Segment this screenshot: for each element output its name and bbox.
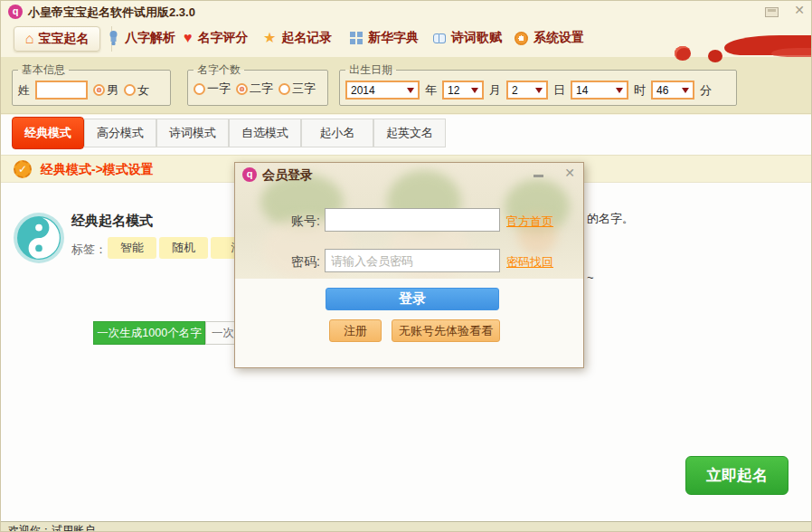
password-input[interactable] — [325, 249, 500, 272]
gear-icon — [515, 32, 528, 45]
nav-item-poetry[interactable]: 诗词歌赋 — [433, 30, 502, 46]
gender-female-radio[interactable]: 女 — [124, 82, 149, 99]
chevron-down-icon — [535, 88, 543, 93]
hour-unit: 时 — [634, 82, 646, 99]
nav-item-baby-naming[interactable]: ⌂ 宝宝起名 — [14, 26, 100, 52]
day-unit: 日 — [553, 82, 565, 99]
title-bar: q 小皇帝宝宝起名软件试用版2.3.0 ✕ — [1, 1, 811, 23]
count-two-radio[interactable]: 二字 — [236, 81, 273, 97]
birth-date-fieldset: 出生日期 2014 年 12 月 2 日 14 时 46 — [339, 62, 737, 106]
password-label: 密码: — [284, 254, 320, 271]
input-form-band: 基本信息 姓 男 女 名字个数 一字 — [1, 57, 811, 114]
badge-icon: ✓ — [14, 160, 32, 178]
nav-item-bazi-analysis[interactable]: 八字解析 — [108, 30, 175, 46]
close-icon[interactable]: ✕ — [791, 3, 807, 17]
app-window: q 小皇帝宝宝起名软件试用版2.3.0 ✕ ⌂ 宝宝起名 八字解析 ♥ 名字评分… — [0, 0, 812, 532]
name-count-legend: 名字个数 — [194, 62, 244, 78]
month-dropdown[interactable]: 12 — [442, 81, 484, 100]
radio-selected-icon — [93, 84, 105, 96]
surname-input[interactable] — [35, 81, 88, 100]
register-button[interactable]: 注册 — [329, 319, 382, 342]
password-recover-link[interactable]: 密码找回 — [506, 254, 553, 271]
chevron-down-icon — [682, 88, 689, 93]
minute-dropdown[interactable]: 46 — [651, 81, 694, 100]
nav-item-naming-records[interactable]: ★ 起名记录 — [263, 30, 332, 46]
count-three-radio[interactable]: 三字 — [279, 81, 316, 97]
tag-random[interactable]: 随机 — [159, 237, 208, 259]
tags-label: 标签： — [71, 242, 107, 258]
tag-smart[interactable]: 智能 — [108, 237, 156, 259]
welcome-status-text: 欢迎你：试用账户 — [8, 523, 95, 532]
gender-male-radio[interactable]: 男 — [93, 82, 118, 99]
radio-icon — [194, 83, 205, 95]
dialog-title: 会员登录 — [262, 167, 313, 184]
member-login-dialog: q 会员登录 ✕ 账号: 官方首页 密码: 密码找回 登录 注册 无账号先体验看… — [234, 162, 584, 368]
tab-custom-mode[interactable]: 自选模式 — [229, 119, 301, 147]
tab-high-score-mode[interactable]: 高分模式 — [84, 119, 156, 147]
start-naming-button[interactable]: 立即起名 — [685, 456, 788, 495]
nav-item-system-settings[interactable]: 系统设置 — [515, 30, 584, 46]
year-unit: 年 — [425, 82, 437, 99]
dialog-app-icon: q — [242, 167, 257, 182]
status-bar: 欢迎你：试用账户 — [1, 521, 811, 532]
dialog-close-icon[interactable]: ✕ — [562, 166, 577, 180]
name-count-fieldset: 名字个数 一字 二字 三字 — [187, 62, 328, 106]
heart-icon: ♥ — [184, 31, 193, 45]
count-one-radio[interactable]: 一字 — [194, 81, 231, 97]
dictionary-grid-icon — [350, 32, 363, 44]
login-button[interactable]: 登录 — [326, 288, 499, 310]
account-input[interactable] — [325, 208, 500, 232]
description-text-fragment: 的名字。 — [587, 211, 634, 227]
tab-english-name[interactable]: 起英文名 — [373, 119, 446, 147]
star-icon: ★ — [263, 31, 276, 45]
chevron-down-icon — [471, 88, 478, 93]
year-dropdown[interactable]: 2014 — [345, 81, 420, 100]
chevron-down-icon — [407, 88, 414, 93]
minimize-icon[interactable] — [765, 7, 779, 17]
tab-poetry-mode[interactable]: 诗词模式 — [156, 119, 229, 147]
chevron-down-icon — [616, 88, 623, 93]
official-homepage-link[interactable]: 官方首页 — [506, 214, 553, 230]
account-label: 账号: — [284, 214, 320, 230]
main-navbar: ⌂ 宝宝起名 八字解析 ♥ 名字评分 ★ 起名记录 新华字典 诗词歌赋 — [1, 23, 811, 57]
home-icon: ⌂ — [25, 32, 34, 46]
tab-classic-mode[interactable]: 经典模式 — [12, 117, 84, 149]
month-unit: 月 — [489, 82, 501, 99]
nav-item-name-score[interactable]: ♥ 名字评分 — [184, 30, 249, 46]
open-book-icon — [433, 33, 446, 43]
birth-date-legend: 出生日期 — [345, 62, 396, 78]
radio-icon — [279, 83, 290, 95]
day-dropdown[interactable]: 2 — [506, 81, 548, 100]
dialog-minimize-icon[interactable] — [533, 175, 543, 177]
description-text-fragment: ~ — [587, 271, 594, 284]
yinyang-icon — [17, 216, 61, 260]
window-title: 小皇帝宝宝起名软件试用版2.3.0 — [28, 5, 195, 21]
minute-unit: 分 — [700, 82, 712, 99]
app-icon: q — [8, 5, 23, 19]
generate-1000-names-button[interactable]: 一次生成1000个名字 — [93, 321, 205, 345]
radio-icon — [124, 84, 136, 96]
breadcrumb: 经典模式->模式设置 — [41, 162, 154, 178]
dialog-title-bar: q 会员登录 ✕ — [235, 163, 583, 186]
seal-icon — [108, 31, 119, 46]
trial-without-account-button[interactable]: 无账号先体验看看 — [392, 319, 500, 342]
mode-title: 经典起名模式 — [71, 213, 153, 230]
hour-dropdown[interactable]: 14 — [571, 81, 628, 100]
surname-label: 姓 — [18, 82, 30, 99]
tab-nickname[interactable]: 起小名 — [301, 119, 373, 147]
nav-item-xinhua-dictionary[interactable]: 新华字典 — [350, 30, 419, 46]
radio-selected-icon — [236, 83, 248, 95]
basic-info-legend: 基本信息 — [18, 62, 69, 78]
basic-info-fieldset: 基本信息 姓 男 女 — [12, 62, 171, 106]
